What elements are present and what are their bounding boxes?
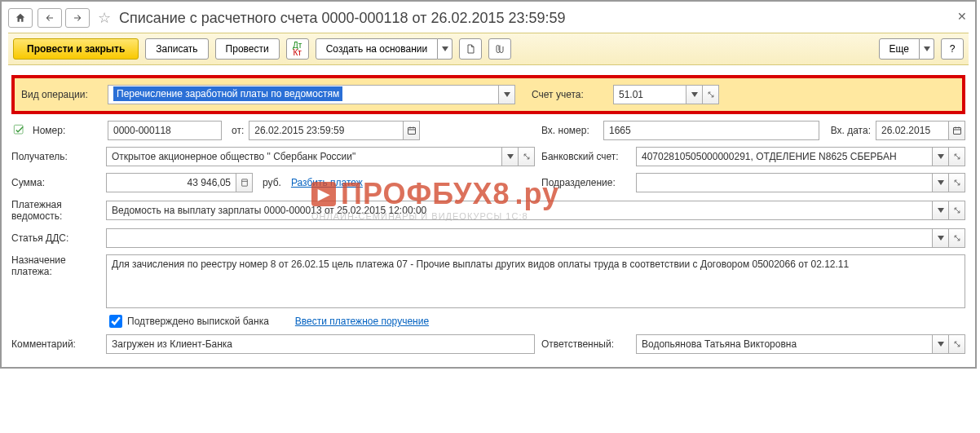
bank-account-input[interactable] [636,147,933,166]
responsible-label: Ответственный: [541,338,631,350]
currency-label: руб. [258,177,286,188]
in-date-label: Вх. дата: [831,125,871,136]
calculator-icon[interactable] [236,173,253,192]
responsible-input[interactable] [636,334,933,354]
in-number-label: Вх. номер: [541,125,598,136]
date-input[interactable] [249,121,404,140]
create-based-on-combo[interactable]: Создать на основании [316,38,453,60]
pay-list-label: Платежная ведомость: [11,199,101,222]
open-icon[interactable] [703,85,719,104]
operation-type-input[interactable]: Перечисление заработной платы по ведомос… [108,85,499,104]
operation-type-label: Вид операции: [21,89,108,100]
comment-label: Комментарий: [11,338,101,350]
subdivision-input[interactable] [636,173,933,192]
pay-list-input[interactable] [106,201,933,220]
confirmed-label: Подтверждено выпиской банка [127,316,269,327]
dropdown-icon[interactable] [502,147,519,166]
calendar-icon[interactable] [949,121,965,140]
home-button[interactable] [8,8,33,28]
page-title: Списание с расчетного счета 0000-000118 … [119,10,566,27]
open-icon[interactable] [949,147,965,166]
from-label: от: [232,125,244,136]
dropdown-icon[interactable] [933,201,949,220]
open-icon[interactable] [949,201,965,220]
svg-rect-3 [241,179,247,186]
in-date-input[interactable] [876,121,949,140]
forward-button[interactable] [65,8,90,28]
calendar-icon[interactable] [404,121,420,140]
number-label: Номер: [33,125,103,136]
dropdown-icon[interactable] [933,173,949,192]
dropdown-icon[interactable] [933,334,949,354]
dds-input[interactable] [106,228,933,248]
operation-type-row: Вид операции: Перечисление заработной пл… [11,75,965,114]
close-icon[interactable]: ✕ [957,10,967,23]
chevron-down-icon[interactable] [920,38,934,60]
post-button[interactable]: Провести [215,38,280,60]
dropdown-icon[interactable] [499,85,515,104]
debit-credit-button[interactable]: ДтКт [286,38,309,60]
dropdown-icon[interactable] [686,85,703,104]
in-number-input[interactable] [603,121,819,140]
open-icon[interactable] [949,173,965,192]
bank-account-label: Банковский счет: [541,151,631,162]
comment-input[interactable] [106,334,535,354]
chevron-down-icon[interactable] [438,38,452,60]
svg-rect-2 [953,128,960,135]
account-label: Счет учета: [532,89,613,100]
dropdown-icon[interactable] [933,228,949,248]
open-icon[interactable] [949,228,965,248]
subdivision-label: Подразделение: [541,177,631,188]
recipient-input[interactable] [106,147,502,166]
post-and-close-button[interactable]: Провести и закрыть [13,38,139,60]
svg-rect-1 [408,128,415,135]
more-button[interactable]: Еще [879,38,920,60]
favorite-star-icon[interactable]: ☆ [98,9,111,27]
open-icon[interactable] [519,147,535,166]
toolbar: Провести и закрыть Записать Провести ДтК… [8,33,969,65]
save-button[interactable]: Записать [145,38,208,60]
more-combo[interactable]: Еще [879,38,934,60]
file-icon-button[interactable] [459,38,482,60]
account-input[interactable] [613,85,686,104]
create-based-on-button[interactable]: Создать на основании [316,38,439,60]
attachment-icon-button[interactable] [488,38,511,60]
amount-input[interactable] [106,173,236,192]
dropdown-icon[interactable] [933,147,949,166]
titlebar: ☆ Списание с расчетного счета 0000-00011… [8,8,969,33]
confirmed-checkbox[interactable] [109,315,122,328]
help-button[interactable]: ? [941,38,964,60]
enter-payorder-link[interactable]: Ввести платежное поручение [295,316,429,327]
back-button[interactable] [38,8,62,28]
dds-label: Статья ДДС: [11,232,101,244]
purpose-label: Назначение платежа: [11,254,101,277]
status-check-icon [11,124,28,137]
amount-label: Сумма: [11,177,101,188]
purpose-textarea[interactable] [106,254,965,308]
number-input[interactable] [108,121,222,140]
recipient-label: Получатель: [11,151,101,162]
open-icon[interactable] [949,334,965,354]
svg-rect-0 [14,125,23,134]
split-payment-link[interactable]: Разбить платеж [291,177,363,188]
